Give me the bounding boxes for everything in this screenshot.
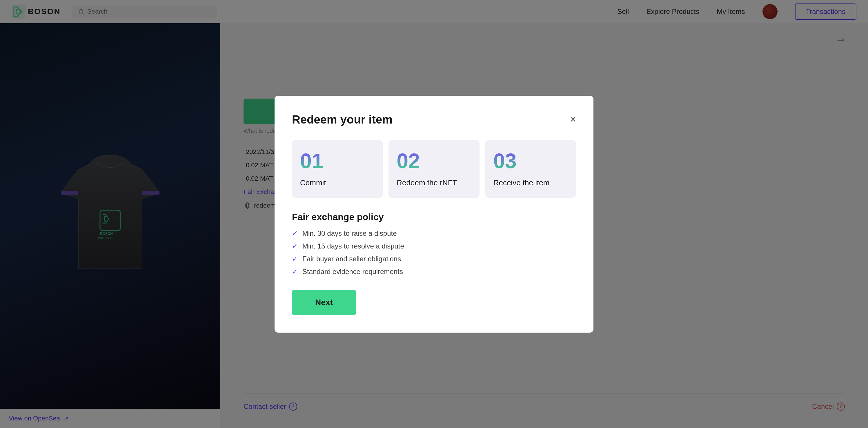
next-button[interactable]: Next [292,290,356,315]
step-card-2: 02 Redeem the rNFT [389,140,479,198]
step-1-label: Commit [300,178,375,187]
step-1-number: 01 [300,151,323,172]
modal-title: Redeem your item [292,113,393,126]
step-card-1: 01 Commit [292,140,383,198]
policy-item-4: ✓ Standard evidence requirements [292,268,576,276]
check-icon-2: ✓ [292,242,298,250]
step-card-3: 03 Receive the item [485,140,576,198]
redeem-modal: Redeem your item × 01 Commit 02 Redeem t… [275,96,593,333]
modal-overlay[interactable]: Redeem your item × 01 Commit 02 Redeem t… [0,0,868,428]
steps-row: 01 Commit 02 Redeem the rNFT 03 Receive … [292,140,576,198]
modal-header: Redeem your item × [292,113,576,126]
check-icon-4: ✓ [292,268,298,276]
policy-item-2: ✓ Min. 15 days to resolve a dispute [292,242,576,250]
step-2-number: 02 [397,151,420,172]
policy-item-3: ✓ Fair buyer and seller obligations [292,255,576,263]
policy-section: Fair exchange policy ✓ Min. 30 days to r… [292,212,576,276]
policy-title: Fair exchange policy [292,212,576,222]
step-3-number: 03 [493,151,517,172]
check-icon-1: ✓ [292,230,298,238]
modal-close-button[interactable]: × [570,114,576,125]
check-icon-3: ✓ [292,255,298,263]
step-3-label: Receive the item [493,178,568,187]
step-2-label: Redeem the rNFT [397,178,471,187]
policy-item-1: ✓ Min. 30 days to raise a dispute [292,230,576,238]
